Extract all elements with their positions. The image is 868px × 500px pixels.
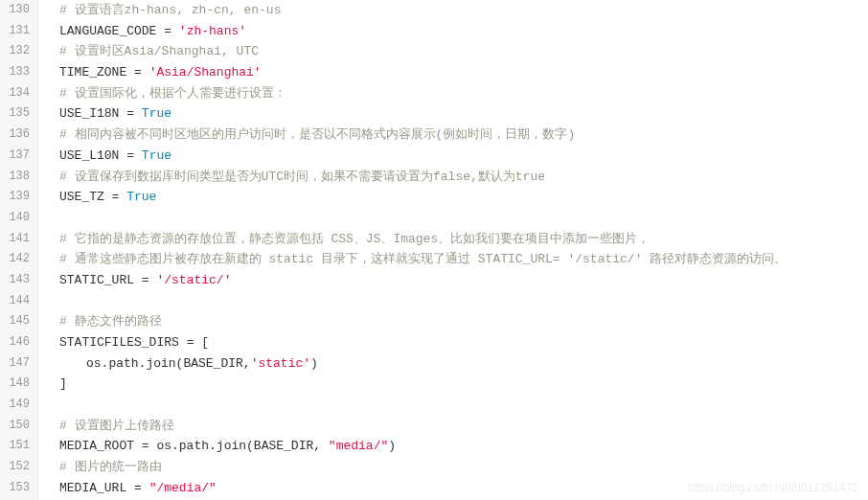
line-number: 131 [4, 21, 30, 42]
string-literal: 'Asia/Shanghai' [149, 65, 262, 80]
code-line[interactable]: MEDIA_URL = "/media/" [59, 478, 868, 499]
code-line[interactable]: USE_I18N = True [59, 103, 868, 125]
identifier: USE_L10N [59, 148, 119, 163]
line-number: 134 [4, 83, 30, 104]
operator: = [156, 24, 178, 38]
line-number-gutter: 1301311321331341351361371381391401411421… [0, 0, 38, 500]
code-line[interactable]: STATIC_URL = '/static/' [59, 270, 868, 291]
code-line[interactable]: # 设置时区Asia/Shanghai, UTC [59, 41, 868, 62]
code-area[interactable]: # 设置语言zh-hans, zh-cn, en-usLANGUAGE_CODE… [38, 0, 868, 500]
line-number: 139 [4, 187, 30, 208]
code-editor[interactable]: 1301311321331341351361371381391401411421… [0, 0, 868, 500]
call: os.path.join(BASE_DIR, [86, 356, 251, 371]
code-line[interactable]: # 设置国际化，根据个人需要进行设置： [59, 83, 868, 104]
identifier: TIME_ZONE [59, 65, 126, 80]
identifier: MEDIA_URL [59, 481, 126, 495]
comment: # 设置国际化，根据个人需要进行设置： [59, 86, 286, 101]
line-number: 152 [4, 457, 30, 478]
line-number: 137 [4, 146, 30, 167]
keyword: True [142, 148, 171, 163]
identifier: USE_I18N [59, 106, 119, 121]
keyword: True [142, 106, 171, 121]
line-number: 136 [4, 125, 30, 146]
comment: # 相同内容被不同时区地区的用户访问时，是否以不同格式内容展示(例如时间，日期，… [59, 127, 575, 142]
line-number: 141 [4, 229, 30, 250]
operator: = [ [179, 335, 209, 350]
comment: # 图片的统一路由 [59, 460, 162, 474]
line-number: 130 [4, 0, 30, 21]
comment: # 设置语言zh-hans, zh-cn, en-us [59, 3, 281, 17]
code-line[interactable]: STATICFILES_DIRS = [ [59, 332, 868, 353]
code-line[interactable]: os.path.join(BASE_DIR,'static') [59, 353, 868, 375]
code-line[interactable]: USE_L10N = True [59, 146, 868, 167]
operator: ) [310, 356, 318, 371]
plain-text: ] [59, 376, 67, 391]
line-number: 144 [4, 291, 30, 312]
code-line[interactable]: USE_TZ = True [59, 187, 868, 208]
code-line[interactable] [59, 208, 868, 229]
line-number: 135 [4, 103, 30, 125]
comment: # 设置保存到数据库时间类型是否为UTC时间，如果不需要请设置为false,默认… [59, 170, 545, 184]
line-number: 138 [4, 167, 30, 188]
operator: = [119, 148, 141, 163]
line-number: 150 [4, 416, 30, 437]
line-number: 140 [4, 208, 30, 229]
comment: # 通常这些静态图片被存放在新建的 static 目录下，这样就实现了通过 ST… [59, 252, 787, 266]
string-literal: 'zh-hans' [179, 24, 246, 38]
identifier: STATICFILES_DIRS [59, 335, 179, 350]
operator: ) [388, 439, 396, 453]
line-number: 132 [4, 41, 30, 62]
identifier: LANGUAGE_CODE [59, 24, 156, 38]
code-line[interactable]: # 它指的是静态资源的存放位置，静态资源包括 CSS、JS、Images。比如我… [59, 229, 868, 250]
code-line[interactable]: LANGUAGE_CODE = 'zh-hans' [59, 21, 868, 42]
identifier: USE_TZ [59, 190, 104, 204]
line-number: 142 [4, 249, 30, 270]
identifier: MEDIA_ROOT [59, 439, 134, 453]
line-number: 151 [4, 436, 30, 457]
code-line[interactable]: MEDIA_ROOT = os.path.join(BASE_DIR, "med… [59, 436, 868, 457]
line-number: 145 [4, 311, 30, 332]
operator: = [126, 481, 148, 495]
operator: = [119, 106, 141, 121]
line-number: 148 [4, 374, 30, 395]
code-line[interactable] [59, 291, 868, 312]
line-number: 153 [4, 478, 30, 499]
code-line[interactable]: # 设置语言zh-hans, zh-cn, en-us [59, 0, 868, 21]
comment: # 设置时区Asia/Shanghai, UTC [59, 44, 259, 58]
operator: = [104, 190, 126, 204]
operator: = os.path.join(BASE_DIR, [134, 439, 329, 453]
string-literal: 'static' [251, 356, 310, 371]
code-line[interactable]: # 通常这些静态图片被存放在新建的 static 目录下，这样就实现了通过 ST… [59, 249, 868, 270]
line-number: 133 [4, 62, 30, 83]
comment: # 静态文件的路径 [59, 314, 162, 329]
code-line[interactable]: # 图片的统一路由 [59, 457, 868, 478]
operator: = [134, 273, 156, 287]
line-number: 147 [4, 353, 30, 375]
code-line[interactable]: # 设置保存到数据库时间类型是否为UTC时间，如果不需要请设置为false,默认… [59, 167, 868, 188]
code-line[interactable]: # 相同内容被不同时区地区的用户访问时，是否以不同格式内容展示(例如时间，日期，… [59, 125, 868, 146]
string-literal: "/media/" [149, 481, 217, 495]
code-line[interactable]: # 静态文件的路径 [59, 311, 868, 332]
comment: # 设置图片上传路径 [59, 419, 174, 433]
identifier: STATIC_URL [59, 273, 134, 287]
code-line[interactable]: ] [59, 374, 868, 395]
string-literal: "media/" [329, 439, 388, 453]
string-literal: '/static/' [156, 273, 231, 287]
comment: # 它指的是静态资源的存放位置，静态资源包括 CSS、JS、Images。比如我… [59, 232, 650, 246]
code-line[interactable]: TIME_ZONE = 'Asia/Shanghai' [59, 62, 868, 83]
keyword: True [126, 190, 156, 204]
code-line[interactable] [59, 395, 868, 416]
line-number: 146 [4, 332, 30, 353]
operator: = [126, 65, 148, 80]
code-line[interactable]: # 设置图片上传路径 [59, 416, 868, 437]
line-number: 143 [4, 270, 30, 291]
line-number: 149 [4, 395, 30, 416]
